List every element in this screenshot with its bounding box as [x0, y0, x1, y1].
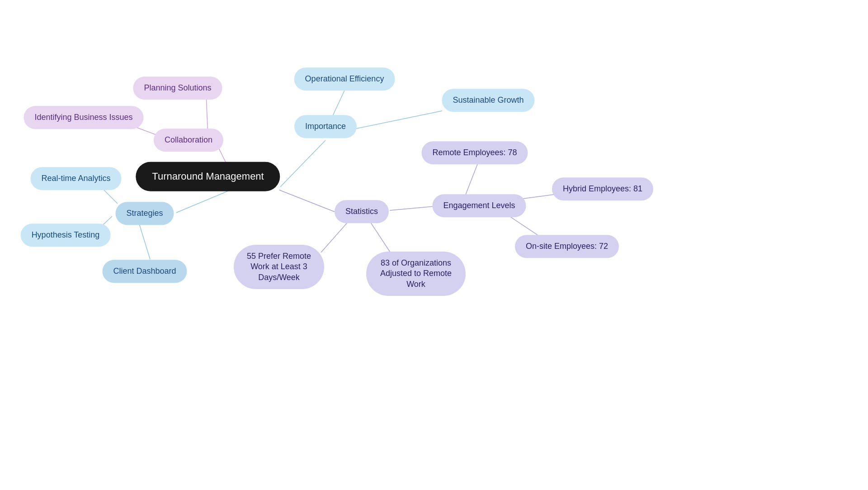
importance-node: Importance [294, 115, 357, 138]
hybrid-employees-node: Hybrid Employees: 81 [552, 177, 653, 200]
engagement-levels-node: Engagement Levels [432, 194, 526, 217]
strategies-node: Strategies [115, 202, 174, 225]
mind-map-connections [0, 0, 868, 490]
svg-line-9 [139, 224, 150, 259]
svg-line-6 [176, 190, 231, 213]
statistics-node: Statistics [335, 200, 389, 223]
sustainable-growth-node: Sustainable Growth [442, 89, 534, 112]
client-dashboard-node: Client Dashboard [102, 260, 187, 283]
identifying-business-issues-node: Identifying Business Issues [24, 106, 143, 129]
organizations-adjusted-node: 83 of Organizations Adjusted to Remote W… [366, 252, 466, 296]
collaboration-node: Collaboration [154, 128, 223, 152]
remote-employees-node: Remote Employees: 78 [421, 141, 528, 164]
onsite-employees-node: On-site Employees: 72 [515, 235, 619, 258]
svg-line-12 [466, 160, 479, 195]
center-node: Turnaround Management [136, 162, 280, 191]
svg-line-10 [279, 190, 335, 212]
prefer-remote-node: 55 Prefer Remote Work at Least 3 Days/We… [234, 245, 324, 289]
planning-solutions-node: Planning Solutions [133, 76, 222, 100]
svg-line-15 [321, 222, 348, 252]
hypothesis-testing-node: Hypothesis Testing [21, 224, 111, 247]
svg-line-0 [280, 140, 326, 187]
svg-line-2 [344, 111, 442, 131]
operational-efficiency-node: Operational Efficiency [294, 67, 395, 90]
real-time-analytics-node: Real-time Analytics [30, 167, 121, 190]
